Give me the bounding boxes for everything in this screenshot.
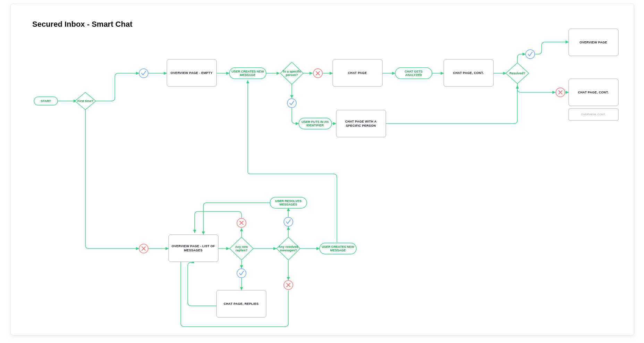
svg-text:MESSAGE: MESSAGE — [330, 249, 346, 252]
svg-point-23 — [526, 50, 535, 59]
pill-chat-analyzed: CHAT GETS ANALYZED — [395, 68, 432, 79]
box-overview-list: OVERVIEW PAGE - LIST OF MESSAGES — [169, 235, 218, 262]
box-chat-page-specific: CHAT PAGE WITH A SPECIFIC PERSON — [336, 110, 386, 137]
svg-text:USER CREATES NEW: USER CREATES NEW — [231, 70, 264, 73]
svg-point-31 — [287, 99, 296, 108]
svg-text:Any resolved: Any resolved — [279, 245, 298, 249]
no-badge-specific-person — [313, 69, 322, 78]
pill-user-creates-new-2: USER CREATES NEW MESSAGE — [320, 243, 356, 254]
svg-text:START: START — [41, 99, 51, 103]
box-chat-page: CHAT PAGE — [333, 59, 382, 86]
yes-badge-any-resolved — [284, 217, 293, 226]
svg-text:CHAT PAGE, CONT.: CHAT PAGE, CONT. — [578, 91, 609, 94]
no-badge-any-resolved — [284, 281, 293, 290]
svg-text:MESSAGE: MESSAGE — [240, 73, 255, 77]
decision-first-time: First time? — [75, 92, 96, 110]
svg-text:OVERVIEW PAGE - LIST OF: OVERVIEW PAGE - LIST OF — [171, 244, 215, 248]
svg-text:ANALYZED: ANALYZED — [405, 73, 422, 77]
svg-rect-39 — [169, 235, 218, 262]
svg-text:USER RESOLVES: USER RESOLVES — [275, 199, 302, 203]
svg-text:replies?: replies? — [236, 249, 248, 252]
yes-badge-resolved — [526, 50, 535, 59]
pill-user-creates-new: USER CREATES NEW MESSAGE — [229, 68, 266, 79]
yes-badge-new-replies — [237, 269, 246, 278]
svg-text:person?: person? — [286, 73, 298, 77]
svg-text:CHAT PAGE: CHAT PAGE — [348, 71, 367, 75]
svg-text:IDENTIFIER: IDENTIFIER — [306, 124, 324, 127]
svg-text:OVERVIEW PAGE - EMPTY: OVERVIEW PAGE - EMPTY — [171, 71, 213, 75]
svg-text:OVERVIEW PAGE: OVERVIEW PAGE — [579, 41, 607, 44]
box-overview-empty: OVERVIEW PAGE - EMPTY — [167, 59, 217, 86]
svg-text:CHAT GETS: CHAT GETS — [405, 70, 422, 73]
no-badge-new-replies — [237, 218, 246, 227]
no-badge-first-time — [139, 244, 148, 253]
svg-text:Any new: Any new — [235, 245, 248, 249]
svg-text:CHAT PAGE WITH A: CHAT PAGE WITH A — [345, 120, 377, 123]
svg-point-50 — [284, 217, 293, 226]
decision-any-resolved: Any resolved messages? — [277, 237, 300, 260]
box-chat-page-cont-2: CHAT PAGE, CONT. OVERVIEW, CONT. — [569, 79, 618, 120]
svg-text:Resolved?: Resolved? — [509, 72, 525, 75]
box-chat-page-cont: CHAT PAGE, CONT. — [444, 59, 493, 86]
svg-text:To a specific: To a specific — [282, 70, 301, 73]
start-node: START — [34, 97, 58, 105]
yes-badge-specific-person — [287, 99, 296, 108]
svg-text:messages?: messages? — [280, 249, 297, 252]
svg-text:CHAT PAGE, CONT.: CHAT PAGE, CONT. — [453, 71, 484, 75]
pill-user-resolves: USER RESOLVES MESSAGES — [270, 197, 307, 208]
svg-text:USER PUTS IN AN: USER PUTS IN AN — [302, 120, 329, 124]
svg-point-46 — [237, 269, 246, 278]
svg-text:First time?: First time? — [77, 99, 93, 103]
svg-text:CHAT PAGE, REPLIES: CHAT PAGE, REPLIES — [224, 302, 259, 306]
pill-user-puts-identifier: USER PUTS IN AN IDENTIFIER — [299, 118, 332, 129]
svg-text:SPECIFIC PERSON: SPECIFIC PERSON — [346, 124, 376, 127]
svg-text:MESSAGES: MESSAGES — [184, 249, 202, 252]
svg-text:USER CREATES NEW: USER CREATES NEW — [322, 245, 354, 249]
svg-text:OVERVIEW, CONT.: OVERVIEW, CONT. — [581, 113, 606, 116]
box-overview-page: OVERVIEW PAGE — [569, 29, 618, 56]
decision-new-replies: Any new replies? — [230, 237, 253, 260]
decision-specific-person: To a specific person? — [280, 62, 303, 84]
no-badge-resolved — [556, 88, 565, 97]
decision-resolved: Resolved? — [506, 63, 529, 84]
yes-badge-first-time — [139, 69, 148, 78]
svg-text:MESSAGES: MESSAGES — [279, 203, 297, 206]
svg-rect-35 — [336, 110, 386, 137]
box-chat-page-replies: CHAT PAGE, REPLIES — [217, 290, 266, 317]
svg-point-4 — [139, 69, 148, 78]
